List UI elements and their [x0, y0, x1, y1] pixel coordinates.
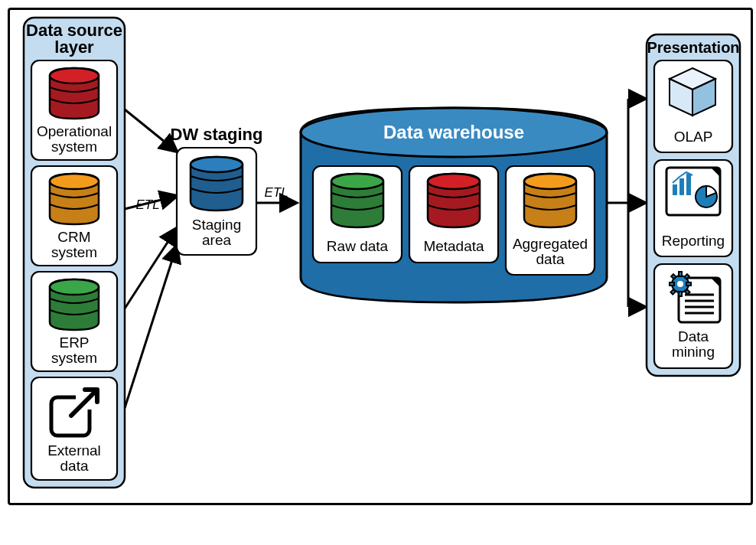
etl-label-1: ETL — [135, 197, 159, 212]
label-olap: OLAP — [674, 129, 713, 145]
label-mining-2: mining — [672, 344, 715, 360]
card-reporting: Reporting — [654, 160, 732, 256]
label-crm-2: system — [51, 244, 97, 260]
db-icon-green-raw — [331, 174, 383, 227]
svg-point-22 — [191, 157, 243, 172]
panel-data-source-layer: Data source layer Operational system — [24, 18, 125, 488]
arrows-source-to-staging — [125, 109, 177, 408]
cube-icon — [670, 68, 715, 116]
svg-point-25 — [331, 174, 383, 189]
card-crm-system: CRM system — [31, 166, 117, 266]
svg-point-29 — [524, 174, 576, 189]
svg-rect-39 — [686, 174, 691, 195]
label-erp-1: ERP — [59, 335, 89, 351]
db-icon-red-meta — [428, 174, 480, 227]
panel-data-warehouse: Data warehouse Raw data — [301, 108, 607, 302]
svg-point-48 — [677, 281, 683, 287]
svg-rect-37 — [673, 184, 677, 195]
svg-rect-51 — [670, 282, 674, 286]
label-operational-2: system — [51, 139, 97, 155]
label-external-2: data — [60, 458, 89, 474]
svg-point-14 — [50, 174, 99, 189]
label-external-1: External — [47, 442, 101, 459]
etl-label-2: ETL — [264, 185, 288, 200]
card-aggregated-data: Aggregated data — [506, 166, 595, 275]
svg-rect-52 — [686, 282, 691, 286]
panel-title-staging: DW staging — [171, 125, 263, 144]
db-icon-red — [50, 68, 99, 119]
svg-rect-38 — [679, 178, 684, 195]
label-meta: Metadata — [423, 238, 484, 254]
label-staging-2: area — [202, 232, 231, 248]
svg-point-16 — [50, 279, 99, 295]
report-icon — [666, 168, 720, 215]
card-operational-system: Operational system — [31, 60, 117, 160]
card-metadata: Metadata — [409, 166, 498, 263]
panel-title-source-2: layer — [54, 38, 94, 57]
label-crm-1: CRM — [57, 229, 90, 245]
label-mining-1: Data — [678, 328, 709, 344]
card-external-data: External data — [31, 377, 117, 480]
label-reporting: Reporting — [662, 233, 725, 249]
label-operational-1: Operational — [37, 123, 112, 139]
label-raw: Raw data — [327, 238, 389, 254]
card-data-mining: Data mining — [654, 264, 732, 368]
panel-title-warehouse: Data warehouse — [383, 122, 524, 142]
card-erp-system: ERP system — [31, 272, 117, 371]
db-icon-blue-staging — [191, 157, 243, 210]
label-erp-2: system — [51, 350, 97, 366]
svg-rect-49 — [679, 272, 682, 276]
svg-line-0 — [125, 109, 177, 152]
svg-point-12 — [50, 68, 99, 83]
card-olap: OLAP — [654, 60, 732, 152]
arrows-warehouse-to-presentation — [608, 99, 645, 307]
group-dw-staging: DW staging Staging area — [171, 125, 263, 255]
svg-point-27 — [428, 174, 480, 189]
panel-title-presentation: Presentation — [647, 39, 739, 56]
label-agg-2: data — [536, 251, 565, 267]
card-raw-data: Raw data — [313, 166, 402, 263]
db-icon-orange — [50, 174, 99, 224]
label-agg-1: Aggregated — [513, 236, 588, 252]
label-staging-1: Staging — [192, 217, 241, 233]
db-icon-orange-agg — [524, 174, 576, 227]
db-icon-green — [50, 279, 99, 330]
svg-rect-50 — [679, 292, 682, 296]
panel-presentation: Presentation OLAP — [647, 34, 740, 376]
